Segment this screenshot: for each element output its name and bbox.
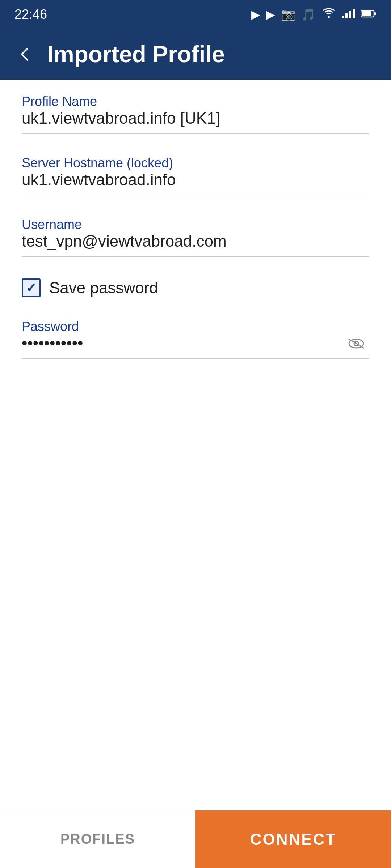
connect-button[interactable]: CONNECT bbox=[196, 810, 391, 868]
save-password-row[interactable]: ✓ Save password bbox=[22, 278, 369, 297]
content: Profile Name uk1.viewtvabroad.info [UK1]… bbox=[0, 80, 391, 395]
svg-rect-7 bbox=[362, 11, 371, 16]
svg-rect-3 bbox=[349, 11, 351, 18]
password-input[interactable] bbox=[22, 334, 369, 359]
password-toggle-icon[interactable] bbox=[347, 336, 366, 354]
audio-icon: 🎵 bbox=[301, 8, 316, 21]
server-hostname-value: uk1.viewtvabroad.info bbox=[22, 171, 369, 195]
save-password-checkbox[interactable]: ✓ bbox=[22, 278, 41, 297]
svg-rect-6 bbox=[374, 12, 376, 15]
status-icons: ▶ ▶ 📷 🎵 bbox=[251, 8, 377, 21]
status-time: 22:46 bbox=[14, 7, 47, 22]
password-label: Password bbox=[22, 319, 79, 334]
server-hostname-field: Server Hostname (locked) uk1.viewtvabroa… bbox=[22, 156, 369, 195]
username-label: Username bbox=[22, 217, 82, 232]
back-button[interactable] bbox=[14, 43, 36, 65]
checkbox-check-icon: ✓ bbox=[26, 280, 37, 295]
username-field: Username bbox=[22, 217, 369, 257]
battery-icon bbox=[361, 8, 377, 21]
profiles-button[interactable]: PROFILES bbox=[0, 810, 196, 868]
wifi-icon bbox=[321, 8, 336, 21]
save-password-label: Save password bbox=[49, 279, 158, 297]
youtube-icon-2: ▶ bbox=[266, 8, 275, 21]
bottom-nav: PROFILES CONNECT bbox=[0, 810, 391, 868]
profile-name-value[interactable]: uk1.viewtvabroad.info [UK1] bbox=[22, 109, 369, 134]
status-bar: 22:46 ▶ ▶ 📷 🎵 bbox=[0, 0, 391, 29]
profiles-label: PROFILES bbox=[60, 831, 135, 847]
svg-rect-1 bbox=[342, 16, 344, 18]
profile-name-label: Profile Name bbox=[22, 94, 97, 109]
connect-label: CONNECT bbox=[250, 830, 337, 848]
server-hostname-label: Server Hostname (locked) bbox=[22, 156, 173, 170]
svg-rect-2 bbox=[345, 13, 348, 18]
signal-icon bbox=[342, 8, 355, 21]
svg-rect-4 bbox=[353, 9, 355, 18]
instagram-icon: 📷 bbox=[281, 8, 295, 21]
password-wrapper bbox=[22, 334, 369, 359]
svg-point-0 bbox=[328, 16, 330, 18]
header: Imported Profile bbox=[0, 29, 391, 80]
page-title: Imported Profile bbox=[47, 41, 225, 68]
profile-name-field: Profile Name uk1.viewtvabroad.info [UK1] bbox=[22, 94, 369, 134]
username-input[interactable] bbox=[22, 232, 369, 257]
password-field: Password bbox=[22, 319, 369, 359]
youtube-icon-1: ▶ bbox=[251, 8, 260, 21]
